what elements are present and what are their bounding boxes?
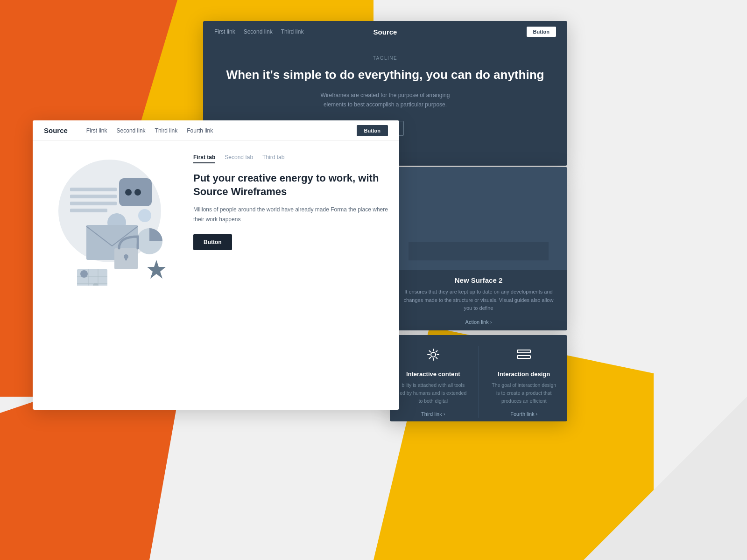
svg-point-14 [138, 209, 151, 222]
svg-rect-4 [517, 356, 530, 358]
main-brand: Source [44, 126, 68, 134]
main-nav-button[interactable]: Button [357, 125, 388, 136]
gear-icon [425, 346, 442, 363]
tabs-row: First tab Second tab Third tab [193, 154, 388, 163]
main-heading: Put your creative energy to work, with S… [193, 172, 388, 198]
svg-rect-8 [70, 202, 117, 205]
card-main: Source First link Second link Third link… [33, 120, 399, 410]
nav-link-first[interactable]: First link [214, 28, 235, 35]
main-nav-link-second[interactable]: Second link [117, 127, 146, 134]
dark-hero-heading: When it's simple to do everything, you c… [214, 67, 556, 83]
dark-top-nav-button[interactable]: Button [527, 27, 556, 37]
tab-first[interactable]: First tab [193, 154, 215, 163]
main-nav-links: First link Second link Third link Fourth… [86, 127, 213, 134]
svg-rect-6 [70, 188, 117, 191]
svg-point-26 [80, 270, 88, 278]
main-cta-button[interactable]: Button [193, 234, 232, 250]
surface-content: New Surface 2 It ensures that they are k… [390, 270, 567, 330]
feature-divider [479, 346, 479, 418]
feature-dark-title-2: Interaction design [490, 371, 558, 378]
svg-point-2 [431, 352, 436, 357]
surface-image [390, 167, 567, 270]
features-dark-container: Interactive content bility is attached w… [390, 335, 567, 421]
feature-dark-link-1[interactable]: Third link › [421, 411, 445, 417]
nav-link-third[interactable]: Third link [281, 28, 304, 35]
main-nav-link-first[interactable]: First link [86, 127, 107, 134]
feature-dark-link-2[interactable]: Fourth link › [510, 411, 537, 417]
surface-description: It ensures that they are kept up to date… [401, 288, 556, 313]
dark-top-brand: Source [374, 28, 397, 36]
svg-point-11 [125, 189, 132, 196]
main-description: Millions of people around the world have… [193, 205, 388, 224]
card-dark-bottom: New Surface 2 It ensures that they are k… [390, 167, 567, 330]
feature-dark-interactive-content: Interactive content bility is attached w… [399, 346, 467, 418]
surface-action-link[interactable]: Action link › [465, 319, 492, 325]
dark-hero-description: Wireframes are created for the purpose o… [310, 91, 460, 110]
tab-second[interactable]: Second tab [225, 154, 253, 163]
dark-top-nav: First link Second link Third link Source… [203, 21, 567, 42]
dark-top-nav-links: First link Second link Third link [214, 28, 303, 35]
surface-title: New Surface 2 [401, 276, 556, 284]
svg-rect-1 [409, 242, 549, 260]
main-nav-link-fourth[interactable]: Fourth link [187, 127, 213, 134]
svg-rect-3 [517, 350, 530, 353]
svg-rect-9 [70, 209, 107, 212]
main-nav: Source First link Second link Third link… [33, 120, 399, 141]
main-nav-link-third[interactable]: Third link [155, 127, 178, 134]
illustration-area [33, 141, 182, 410]
tab-third[interactable]: Third tab [262, 154, 284, 163]
layout-icon [515, 346, 532, 363]
card-dark-features: Interactive content bility is attached w… [390, 335, 567, 421]
svg-point-12 [134, 189, 141, 196]
feature-dark-desc-2: The goal of interaction design is to cre… [490, 381, 558, 405]
dark-hero-tagline: TAGLINE [214, 56, 556, 61]
svg-rect-19 [125, 257, 127, 260]
nav-link-second[interactable]: Second link [244, 28, 273, 35]
svg-rect-7 [70, 195, 117, 198]
svg-marker-20 [147, 260, 166, 279]
surface-graphic [409, 176, 549, 260]
feature-dark-desc-1: bility is attached with all tools ed by … [399, 381, 467, 405]
main-illustration [42, 150, 177, 286]
main-content: First tab Second tab Third tab Put your … [182, 141, 399, 410]
feature-dark-title-1: Interactive content [399, 371, 467, 378]
main-body: First tab Second tab Third tab Put your … [33, 141, 399, 410]
feature-dark-interaction-design: Interaction design The goal of interacti… [490, 346, 558, 418]
